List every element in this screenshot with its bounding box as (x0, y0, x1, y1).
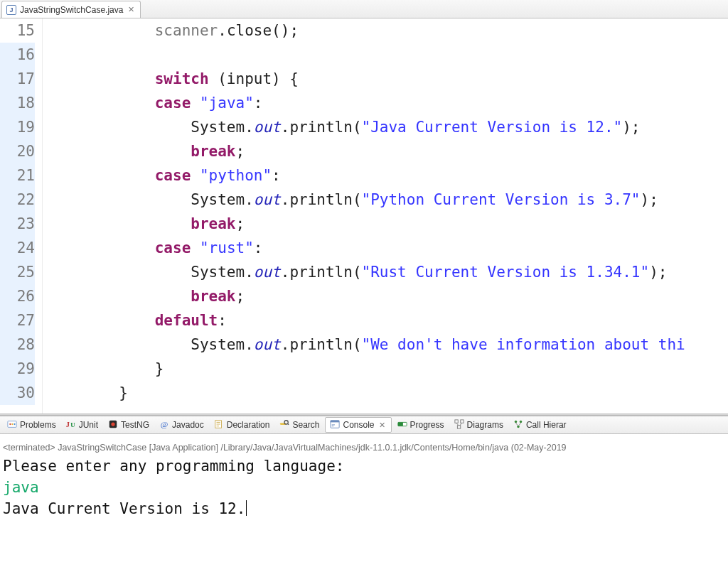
svg-point-7 (111, 422, 114, 426)
svg-line-31 (519, 423, 521, 426)
code-line[interactable]: switch (input) { (47, 67, 728, 91)
console-output-line: Java Current Version is 12. (3, 498, 725, 519)
line-number: 28 (0, 333, 35, 357)
code-line[interactable]: break; (47, 212, 728, 236)
svg-text:@: @ (161, 420, 168, 428)
callhierarchy-icon (513, 419, 523, 431)
editor-tab-filename: JavaStringSwitchCase.java (20, 5, 123, 15)
view-tab-console[interactable]: Console✕ (325, 417, 391, 433)
line-number: 25 (0, 260, 35, 284)
code-line[interactable]: System.out.println("We don't have inform… (47, 333, 728, 357)
view-tab-label: TestNG (121, 420, 149, 430)
code-line[interactable]: } (47, 381, 728, 405)
declaration-icon (214, 419, 224, 431)
line-number: 17 (0, 67, 35, 91)
code-line[interactable]: } (47, 357, 728, 381)
line-number: 19 (0, 115, 35, 139)
code-line[interactable]: scanner.close(); (47, 18, 728, 43)
close-icon[interactable]: ✕ (127, 5, 136, 14)
progress-icon (397, 419, 407, 431)
line-number: 23 (0, 212, 35, 236)
svg-point-28 (520, 420, 523, 423)
svg-line-25 (456, 423, 459, 426)
line-number: 16 (0, 43, 35, 67)
view-tab-callhierarchy[interactable]: Call Hierar (509, 417, 571, 433)
view-tab-javadoc[interactable]: @Javadoc (155, 417, 208, 433)
line-number: 21 (0, 163, 35, 188)
svg-point-29 (517, 425, 520, 428)
view-tab-junit[interactable]: JUJUnit (62, 417, 102, 433)
console-output-line: Please enter any programming language: (3, 455, 725, 477)
view-tab-label: JUnit (79, 420, 98, 430)
svg-text:U: U (70, 421, 75, 428)
code-line[interactable]: default: (47, 308, 728, 333)
view-tab-progress[interactable]: Progress (393, 417, 449, 433)
line-number: 24 (0, 236, 35, 260)
svg-rect-24 (457, 425, 460, 428)
svg-point-3 (14, 423, 15, 424)
testng-icon (108, 419, 118, 431)
code-line[interactable]: break; (47, 284, 728, 308)
line-number: 27 (0, 308, 35, 333)
view-tab-label: Diagrams (467, 420, 503, 430)
view-tab-label: Problems (20, 420, 56, 430)
view-tab-label: Console (343, 420, 374, 430)
svg-point-1 (9, 423, 11, 424)
code-line[interactable]: System.out.println("Java Current Version… (47, 115, 728, 139)
line-number-gutter: 15161718192021222324252627282930 (0, 18, 43, 414)
code-line[interactable]: System.out.println("Rust Current Version… (47, 260, 728, 284)
views-tabbar: ProblemsJUJUnitTestNG@JavadocDeclaration… (0, 416, 728, 434)
line-number: 22 (0, 188, 35, 212)
svg-rect-17 (331, 420, 339, 422)
console-input-line: java (3, 477, 725, 498)
junit-icon: JU (66, 419, 76, 431)
text-caret (246, 500, 247, 516)
line-number: 26 (0, 284, 35, 308)
view-tab-label: Search (292, 420, 319, 430)
code-line[interactable]: System.out.println("Python Current Versi… (47, 188, 728, 212)
view-tab-label: Progress (410, 420, 444, 430)
svg-rect-21 (397, 422, 402, 426)
svg-line-15 (288, 423, 289, 425)
code-line[interactable]: case "rust": (47, 236, 728, 260)
view-tab-label: Javadoc (172, 420, 204, 430)
svg-line-26 (459, 423, 461, 426)
line-number: 30 (0, 381, 35, 405)
svg-rect-23 (460, 419, 463, 422)
code-line[interactable] (47, 43, 728, 67)
svg-line-30 (515, 423, 518, 426)
svg-point-2 (11, 423, 13, 424)
code-line[interactable]: case "python": (47, 163, 728, 188)
view-tab-label: Call Hierar (526, 420, 567, 430)
line-number: 15 (0, 18, 35, 43)
problems-icon (7, 419, 17, 431)
code-line[interactable]: case "java": (47, 91, 728, 115)
editor-tab[interactable]: J JavaStringSwitchCase.java ✕ (1, 1, 141, 18)
console-view: <terminated> JavaStringSwitchCase [Java … (0, 434, 728, 521)
search-icon (279, 419, 289, 431)
view-tab-declaration[interactable]: Declaration (210, 417, 274, 433)
console-process-header: <terminated> JavaStringSwitchCase [Java … (0, 434, 728, 454)
svg-text:J: J (66, 420, 70, 428)
view-tab-testng[interactable]: TestNG (104, 417, 154, 433)
diagrams-icon (454, 419, 464, 431)
java-file-icon: J (6, 5, 16, 15)
svg-rect-22 (454, 419, 457, 422)
svg-point-27 (515, 420, 518, 423)
line-number: 18 (0, 91, 35, 115)
line-number: 20 (0, 139, 35, 163)
code-editor[interactable]: 15161718192021222324252627282930 scanner… (0, 18, 728, 414)
code-content[interactable]: scanner.close(); switch (input) { case "… (43, 18, 728, 414)
code-line[interactable]: break; (47, 139, 728, 163)
view-tab-search[interactable]: Search (275, 417, 323, 433)
close-icon[interactable]: ✕ (378, 421, 387, 430)
javadoc-icon: @ (159, 419, 169, 431)
view-tab-diagrams[interactable]: Diagrams (450, 417, 508, 433)
console-output[interactable]: Please enter any programming language:ja… (0, 454, 728, 521)
console-icon (330, 419, 340, 431)
view-tab-label: Declaration (227, 420, 270, 430)
editor-tabbar: J JavaStringSwitchCase.java ✕ (0, 0, 728, 18)
view-tab-problems[interactable]: Problems (3, 417, 60, 433)
line-number: 29 (0, 357, 35, 381)
